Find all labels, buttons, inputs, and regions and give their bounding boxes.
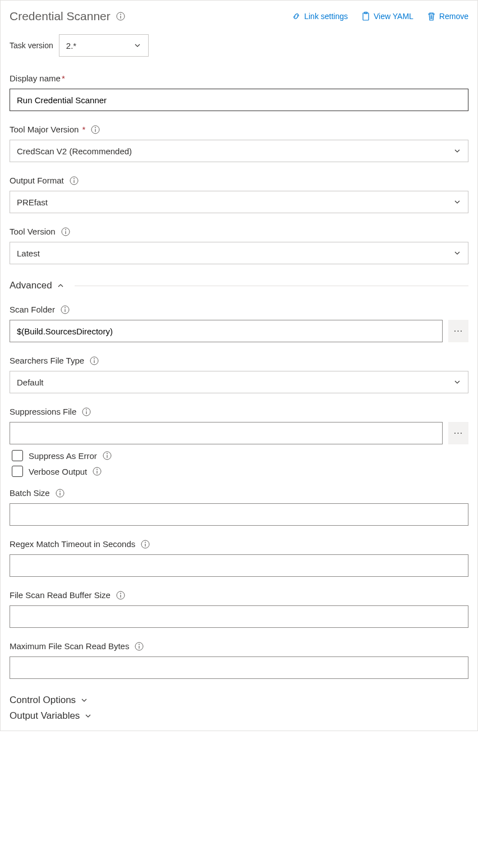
suppress-as-error-label: Suppress As Error [29,451,97,461]
display-name-label: Display name [10,74,61,83]
searchers-file-type-label: Searchers File Type [10,356,84,365]
info-icon[interactable] [135,642,144,651]
output-format-label-row: Output Format [10,176,468,185]
svg-point-2 [120,14,121,15]
output-format-field: Output Format PREfast [10,176,468,213]
svg-point-27 [107,453,107,454]
scan-folder-label: Scan Folder [10,305,55,314]
info-icon[interactable] [116,12,125,21]
regex-timeout-input[interactable] [10,554,468,577]
svg-point-15 [65,229,66,229]
tool-version-field: Tool Version Latest [10,227,468,264]
remove-button[interactable]: Remove [427,12,468,21]
tool-major-version-label: Tool Major Version [10,125,79,134]
info-icon[interactable] [61,227,70,236]
chevron-down-icon [134,42,141,49]
regex-timeout-label-row: Regex Match Timeout in Seconds [10,539,468,549]
task-version-value: 2.* [66,41,76,50]
scan-folder-browse-button[interactable]: ··· [448,320,468,342]
batch-size-input[interactable] [10,503,468,526]
tool-major-version-label-row: Tool Major Version * [10,125,468,134]
required-marker: * [80,125,85,134]
suppressions-file-field: Suppressions File ··· [10,407,468,444]
tool-major-version-select[interactable]: CredScan V2 (Recommended) [10,140,468,162]
control-options-label: Control Options [10,695,76,706]
suppressions-file-browse-button[interactable]: ··· [448,422,468,444]
header-actions: Link settings View YAML Remove [292,12,468,21]
svg-point-9 [95,127,96,127]
file-scan-buffer-label: File Scan Read Buffer Size [10,590,111,600]
advanced-section-header[interactable]: Advanced [10,280,468,291]
searchers-file-type-select[interactable]: Default [10,371,468,393]
suppressions-file-input[interactable] [10,422,443,444]
clipboard-icon [361,12,370,21]
tool-version-select[interactable]: Latest [10,242,468,264]
link-settings-button[interactable]: Link settings [292,12,348,21]
info-icon[interactable] [93,467,102,476]
tool-version-label: Tool Version [10,227,56,236]
info-icon[interactable] [141,540,150,549]
chevron-down-icon [84,712,92,720]
svg-point-39 [120,593,121,593]
panel-header: Credential Scanner Link settings View YA… [10,10,468,23]
tool-version-label-row: Tool Version [10,227,468,236]
panel-title: Credential Scanner [10,10,111,23]
max-file-scan-bytes-label-row: Maximum File Scan Read Bytes [10,641,468,651]
display-name-input[interactable] [10,89,468,111]
suppressions-file-input-wrap: ··· [10,422,468,444]
scan-folder-label-row: Scan Folder [10,305,468,314]
suppress-as-error-checkbox[interactable] [12,450,23,461]
svg-point-30 [97,469,98,470]
svg-point-24 [86,409,87,410]
max-file-scan-bytes-field: Maximum File Scan Read Bytes [10,641,468,679]
svg-point-21 [94,358,95,359]
output-variables-section-header[interactable]: Output Variables [10,710,468,722]
verbose-output-checkbox[interactable] [12,466,23,477]
trash-icon [427,12,436,21]
searchers-file-type-label-row: Searchers File Type [10,356,468,365]
output-variables-label: Output Variables [10,710,80,722]
verbose-output-label: Verbose Output [29,467,87,476]
divider [75,286,468,286]
scan-folder-input[interactable] [10,320,443,342]
max-file-scan-bytes-input[interactable] [10,656,468,679]
task-version-select[interactable]: 2.* [59,34,149,57]
control-options-section-header[interactable]: Control Options [10,695,468,706]
max-file-scan-bytes-label: Maximum File Scan Read Bytes [10,641,129,651]
file-scan-buffer-label-row: File Scan Read Buffer Size [10,590,468,600]
tool-major-version-value: CredScan V2 (Recommended) [17,146,132,156]
info-icon[interactable] [90,356,99,365]
info-icon[interactable] [61,305,70,314]
output-format-select[interactable]: PREfast [10,191,468,213]
chevron-down-icon [453,198,461,206]
scan-folder-input-wrap: ··· [10,320,468,342]
info-icon[interactable] [82,407,91,416]
title-wrap: Credential Scanner [10,10,125,23]
remove-label: Remove [439,12,468,21]
link-icon [292,12,301,21]
chevron-down-icon [80,696,88,704]
info-icon[interactable] [91,125,100,134]
chevron-down-icon [453,249,461,257]
scan-folder-field: Scan Folder ··· [10,305,468,342]
link-settings-label: Link settings [304,12,348,21]
verbose-output-row: Verbose Output [12,466,468,477]
chevron-down-icon [453,147,461,155]
svg-point-18 [65,307,65,307]
batch-size-field: Batch Size [10,488,468,526]
suppressions-file-label: Suppressions File [10,407,76,416]
info-icon[interactable] [56,489,65,498]
info-icon[interactable] [103,451,112,460]
chevron-up-icon [57,282,65,290]
tool-version-value: Latest [17,249,40,258]
output-format-label: Output Format [10,176,64,185]
task-config-panel: Credential Scanner Link settings View YA… [0,0,478,731]
info-icon[interactable] [116,591,125,600]
svg-point-33 [59,490,60,491]
tool-major-version-field: Tool Major Version * CredScan V2 (Recomm… [10,125,468,162]
view-yaml-button[interactable]: View YAML [361,12,413,21]
suppress-as-error-row: Suppress As Error [12,450,468,461]
file-scan-buffer-input[interactable] [10,605,468,628]
info-icon[interactable] [70,176,79,185]
svg-point-12 [73,178,74,178]
